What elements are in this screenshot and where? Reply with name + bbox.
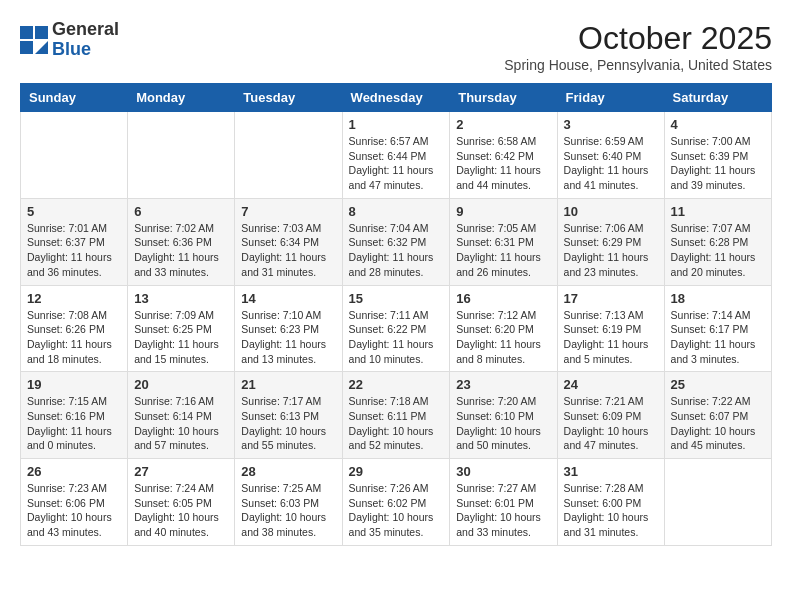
day-number: 27 [134, 464, 228, 479]
day-number: 21 [241, 377, 335, 392]
calendar-cell: 20Sunrise: 7:16 AM Sunset: 6:14 PM Dayli… [128, 372, 235, 459]
weekday-header-row: SundayMondayTuesdayWednesdayThursdayFrid… [21, 84, 772, 112]
day-info: Sunrise: 7:20 AM Sunset: 6:10 PM Dayligh… [456, 394, 550, 453]
calendar-cell: 5Sunrise: 7:01 AM Sunset: 6:37 PM Daylig… [21, 198, 128, 285]
calendar-week-row: 12Sunrise: 7:08 AM Sunset: 6:26 PM Dayli… [21, 285, 772, 372]
location-subtitle: Spring House, Pennsylvania, United State… [504, 57, 772, 73]
day-info: Sunrise: 7:25 AM Sunset: 6:03 PM Dayligh… [241, 481, 335, 540]
calendar-cell: 27Sunrise: 7:24 AM Sunset: 6:05 PM Dayli… [128, 459, 235, 546]
day-number: 14 [241, 291, 335, 306]
calendar-cell [235, 112, 342, 199]
weekday-header-thursday: Thursday [450, 84, 557, 112]
calendar-cell: 30Sunrise: 7:27 AM Sunset: 6:01 PM Dayli… [450, 459, 557, 546]
day-info: Sunrise: 6:59 AM Sunset: 6:40 PM Dayligh… [564, 134, 658, 193]
weekday-header-sunday: Sunday [21, 84, 128, 112]
day-number: 17 [564, 291, 658, 306]
day-number: 5 [27, 204, 121, 219]
day-info: Sunrise: 7:27 AM Sunset: 6:01 PM Dayligh… [456, 481, 550, 540]
calendar-week-row: 5Sunrise: 7:01 AM Sunset: 6:37 PM Daylig… [21, 198, 772, 285]
day-info: Sunrise: 7:12 AM Sunset: 6:20 PM Dayligh… [456, 308, 550, 367]
day-number: 4 [671, 117, 765, 132]
logo-line1: General [52, 20, 119, 40]
calendar-cell: 2Sunrise: 6:58 AM Sunset: 6:42 PM Daylig… [450, 112, 557, 199]
day-info: Sunrise: 7:22 AM Sunset: 6:07 PM Dayligh… [671, 394, 765, 453]
day-info: Sunrise: 7:10 AM Sunset: 6:23 PM Dayligh… [241, 308, 335, 367]
day-number: 16 [456, 291, 550, 306]
calendar-cell: 19Sunrise: 7:15 AM Sunset: 6:16 PM Dayli… [21, 372, 128, 459]
day-info: Sunrise: 7:13 AM Sunset: 6:19 PM Dayligh… [564, 308, 658, 367]
day-number: 28 [241, 464, 335, 479]
calendar-cell: 28Sunrise: 7:25 AM Sunset: 6:03 PM Dayli… [235, 459, 342, 546]
calendar-week-row: 1Sunrise: 6:57 AM Sunset: 6:44 PM Daylig… [21, 112, 772, 199]
day-info: Sunrise: 7:06 AM Sunset: 6:29 PM Dayligh… [564, 221, 658, 280]
day-number: 1 [349, 117, 444, 132]
day-number: 24 [564, 377, 658, 392]
calendar-cell: 25Sunrise: 7:22 AM Sunset: 6:07 PM Dayli… [664, 372, 771, 459]
calendar-cell: 21Sunrise: 7:17 AM Sunset: 6:13 PM Dayli… [235, 372, 342, 459]
day-number: 7 [241, 204, 335, 219]
day-info: Sunrise: 7:18 AM Sunset: 6:11 PM Dayligh… [349, 394, 444, 453]
day-info: Sunrise: 7:24 AM Sunset: 6:05 PM Dayligh… [134, 481, 228, 540]
calendar-cell: 3Sunrise: 6:59 AM Sunset: 6:40 PM Daylig… [557, 112, 664, 199]
day-info: Sunrise: 7:09 AM Sunset: 6:25 PM Dayligh… [134, 308, 228, 367]
day-number: 30 [456, 464, 550, 479]
day-number: 3 [564, 117, 658, 132]
day-number: 18 [671, 291, 765, 306]
calendar-cell [128, 112, 235, 199]
calendar-cell: 26Sunrise: 7:23 AM Sunset: 6:06 PM Dayli… [21, 459, 128, 546]
weekday-header-tuesday: Tuesday [235, 84, 342, 112]
day-number: 11 [671, 204, 765, 219]
calendar-cell: 31Sunrise: 7:28 AM Sunset: 6:00 PM Dayli… [557, 459, 664, 546]
calendar-cell: 22Sunrise: 7:18 AM Sunset: 6:11 PM Dayli… [342, 372, 450, 459]
day-number: 10 [564, 204, 658, 219]
day-info: Sunrise: 7:26 AM Sunset: 6:02 PM Dayligh… [349, 481, 444, 540]
weekday-header-friday: Friday [557, 84, 664, 112]
day-number: 13 [134, 291, 228, 306]
svg-marker-3 [35, 41, 48, 54]
calendar-cell: 11Sunrise: 7:07 AM Sunset: 6:28 PM Dayli… [664, 198, 771, 285]
day-info: Sunrise: 7:01 AM Sunset: 6:37 PM Dayligh… [27, 221, 121, 280]
day-info: Sunrise: 7:03 AM Sunset: 6:34 PM Dayligh… [241, 221, 335, 280]
weekday-header-saturday: Saturday [664, 84, 771, 112]
day-number: 2 [456, 117, 550, 132]
calendar-week-row: 26Sunrise: 7:23 AM Sunset: 6:06 PM Dayli… [21, 459, 772, 546]
weekday-header-monday: Monday [128, 84, 235, 112]
day-number: 9 [456, 204, 550, 219]
day-number: 22 [349, 377, 444, 392]
calendar-cell: 17Sunrise: 7:13 AM Sunset: 6:19 PM Dayli… [557, 285, 664, 372]
logo: General Blue [20, 20, 119, 60]
day-info: Sunrise: 7:07 AM Sunset: 6:28 PM Dayligh… [671, 221, 765, 280]
logo-icon [20, 26, 48, 54]
day-info: Sunrise: 7:21 AM Sunset: 6:09 PM Dayligh… [564, 394, 658, 453]
calendar-week-row: 19Sunrise: 7:15 AM Sunset: 6:16 PM Dayli… [21, 372, 772, 459]
calendar-cell: 6Sunrise: 7:02 AM Sunset: 6:36 PM Daylig… [128, 198, 235, 285]
day-number: 12 [27, 291, 121, 306]
day-number: 26 [27, 464, 121, 479]
day-info: Sunrise: 7:14 AM Sunset: 6:17 PM Dayligh… [671, 308, 765, 367]
month-title: October 2025 [504, 20, 772, 57]
calendar-cell: 12Sunrise: 7:08 AM Sunset: 6:26 PM Dayli… [21, 285, 128, 372]
day-number: 19 [27, 377, 121, 392]
day-number: 20 [134, 377, 228, 392]
day-info: Sunrise: 6:58 AM Sunset: 6:42 PM Dayligh… [456, 134, 550, 193]
svg-rect-2 [20, 41, 33, 54]
calendar-cell: 7Sunrise: 7:03 AM Sunset: 6:34 PM Daylig… [235, 198, 342, 285]
day-info: Sunrise: 7:15 AM Sunset: 6:16 PM Dayligh… [27, 394, 121, 453]
calendar-cell: 14Sunrise: 7:10 AM Sunset: 6:23 PM Dayli… [235, 285, 342, 372]
day-info: Sunrise: 7:05 AM Sunset: 6:31 PM Dayligh… [456, 221, 550, 280]
day-info: Sunrise: 7:04 AM Sunset: 6:32 PM Dayligh… [349, 221, 444, 280]
calendar-cell: 4Sunrise: 7:00 AM Sunset: 6:39 PM Daylig… [664, 112, 771, 199]
day-info: Sunrise: 6:57 AM Sunset: 6:44 PM Dayligh… [349, 134, 444, 193]
day-info: Sunrise: 7:08 AM Sunset: 6:26 PM Dayligh… [27, 308, 121, 367]
day-info: Sunrise: 7:28 AM Sunset: 6:00 PM Dayligh… [564, 481, 658, 540]
day-number: 6 [134, 204, 228, 219]
page-header: General Blue October 2025 Spring House, … [20, 20, 772, 73]
day-number: 31 [564, 464, 658, 479]
title-area: October 2025 Spring House, Pennsylvania,… [504, 20, 772, 73]
day-info: Sunrise: 7:23 AM Sunset: 6:06 PM Dayligh… [27, 481, 121, 540]
day-info: Sunrise: 7:02 AM Sunset: 6:36 PM Dayligh… [134, 221, 228, 280]
calendar-cell: 9Sunrise: 7:05 AM Sunset: 6:31 PM Daylig… [450, 198, 557, 285]
svg-rect-0 [20, 26, 33, 39]
calendar-cell: 8Sunrise: 7:04 AM Sunset: 6:32 PM Daylig… [342, 198, 450, 285]
calendar-cell: 13Sunrise: 7:09 AM Sunset: 6:25 PM Dayli… [128, 285, 235, 372]
